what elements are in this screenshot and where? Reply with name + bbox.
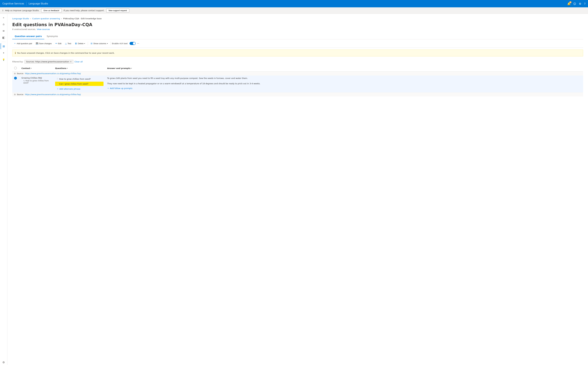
toolbar-divider [88,42,88,45]
sidebar-item-home[interactable]: ⌂ [1,21,7,27]
edit-button[interactable]: ✏ Edit [54,41,63,46]
notification-icon[interactable]: 🔔 6 [567,2,571,5]
source-label: Source: [17,72,24,75]
add-icon: ＋ [14,42,16,45]
sidebar-item-list[interactable]: ≡ [1,28,7,34]
sidebar-item-ai[interactable]: 💡 [1,56,7,63]
view-sources-link[interactable]: View sources [37,28,50,30]
clear-all-link[interactable]: Clear all [75,61,83,63]
answer-paragraph-2: They now need to be kept in a heated pro… [107,82,581,85]
row-checkbox[interactable]: ✓ [14,77,17,79]
new-support-request-button[interactable]: New support request [106,8,129,12]
delete-icon: 🗑 [75,42,77,45]
tabs: Question answer pairs Synonyms [12,34,583,39]
drag-handle-icon-2: ⠿ [57,83,58,85]
breadcrumb-sep-2: › [61,18,62,20]
filter-bar: Filtered by: Sources: https://www.greenh… [12,58,583,65]
info-icon: ℹ [2,9,3,12]
source-row-2: ⊟ Source: https://www.greenhousesensatio… [12,92,583,97]
settings-icon[interactable]: ⚙ [579,2,581,5]
source-cell: ⊟ Source: https://www.greenhousesensatio… [12,71,583,76]
answers-sort[interactable]: Answer and prompts ▾ [107,67,581,70]
question-text-1: How to grow chillies from seed? [59,78,91,80]
breadcrumb: Language Studio › Custom question answer… [12,17,583,20]
help-text: Help us improve Language Studio. [5,9,39,12]
warning-banner: ℹ You have unsaved changes. Click on Sav… [12,49,583,56]
row-answer-cell: To grow chilli plants from seed you need… [105,76,583,92]
rich-text-toggle[interactable] [130,42,136,45]
sidebar-item-document[interactable]: ◧ [1,35,7,41]
source-icon-2: ⊟ [14,93,16,96]
header-checkbox[interactable] [14,67,17,70]
sidebar-item-tools[interactable]: ✦ [1,50,7,56]
filter-label: Filtered by: [12,61,23,63]
toolbar: ＋ Add question pair 💾 Save changes ✏ Edi… [12,39,583,48]
question-item-2-highlighted[interactable]: ⠿ Can I grow chilies from seed? [55,82,103,86]
answer-paragraph-1: To grow chilli plants from seed you need… [107,77,581,80]
breadcrumb-current: PVAinaDay-CQA - Edit knowledge base [63,17,102,20]
test-button[interactable]: △ Test [64,41,73,46]
filter-chip-text: Sources: https://www.greenhousesensation [26,61,69,63]
context-content: Growing Chillies FAQ How to grow chillie… [22,77,51,84]
support-text: If you need help, please contact support… [64,9,104,12]
help-icon[interactable]: ? [584,2,586,5]
sidebar-item-settings[interactable]: ⚙ [1,359,7,365]
source-label-2: Source: [17,93,24,96]
source-cell-2: ⊟ Source: https://www.greenhousesensatio… [12,92,583,97]
row-checkbox-cell: ✓ [12,76,20,92]
delete-chevron-icon: ▾ [84,43,85,44]
feedback-button[interactable]: Give us feedback! [41,8,62,12]
brand-name: Cognitive Services [2,2,24,5]
notification-badge: 6 [569,1,572,3]
topbar-divider [26,2,27,6]
context-sub: How to grow chillies from seed? [22,80,51,84]
show-columns-chevron-icon: ▾ [107,43,108,44]
context-main: Growing Chillies FAQ [22,77,51,79]
toolbar-divider-2 [110,42,111,45]
test-icon: △ [65,42,67,45]
sidebar: » ⌂ ≡ ◧ ⊞ ✦ 💡 ⚙ [0,14,7,365]
filter-chip-close[interactable]: ✕ [70,61,72,63]
add-prompts-icon: ＋ [107,87,109,90]
context-sort-icon: ▾ [31,67,32,69]
subtitle-sources: 0 unstructured sources. [12,28,36,30]
source-row: ⊟ Source: https://www.greenhousesensatio… [12,71,583,76]
tab-question-answer-pairs[interactable]: Question answer pairs [12,34,44,39]
sidebar-item-grid[interactable]: ⊞ [1,43,7,49]
col-header-questions: Questions ▾ [53,65,105,71]
edit-icon: ✏ [55,42,57,45]
main-content: Language Studio › Custom question answer… [7,14,588,365]
breadcrumb-language-studio[interactable]: Language Studio [12,17,29,20]
topbar: Cognitive Services Language Studio 🔔 6 ☺… [0,0,588,7]
question-item-1[interactable]: ⠿ How to grow chillies from seed? [55,77,103,81]
studio-name: Language Studio [29,2,48,5]
tab-synonyms[interactable]: Synonyms [44,34,60,39]
delete-button[interactable]: 🗑 Delete ▾ [73,41,87,46]
topbar-icons: 🔔 6 ☺ ⚙ ? [567,2,586,5]
questions-sort-icon: ▾ [67,67,68,69]
columns-icon: ⊟ [91,42,93,45]
source-url-2[interactable]: https://www.greenhousesensation.co.uk/gr… [25,93,81,96]
table-header-row: Context ▾ Questions ▾ Answer and prompts [12,65,583,71]
sidebar-expand-button[interactable]: » [2,15,6,20]
answers-sort-icon: ▾ [131,67,132,69]
breadcrumb-custom-qa[interactable]: Custom question answering [32,17,60,20]
row-context-cell: Growing Chillies FAQ How to grow chillie… [20,76,53,92]
qa-table: Context ▾ Questions ▾ Answer and prompts [12,65,583,97]
source-icon: ⊟ [14,72,16,75]
app-layout: » ⌂ ≡ ◧ ⊞ ✦ 💡 ⚙ Language Studio › Custom… [0,14,588,365]
add-prompts-label: Add follow up prompts [110,87,132,90]
add-alternate-phrase-button[interactable]: ＋ Add alternate phrase [55,87,103,91]
smiley-icon[interactable]: ☺ [573,2,576,5]
source-url[interactable]: https://www.greenhousesensation.co.uk/gr… [25,72,81,75]
enable-rich-text-label: Enable rich text [112,42,128,45]
add-question-pair-button[interactable]: ＋ Add question pair [12,41,34,46]
questions-sort[interactable]: Questions ▾ [55,67,103,70]
show-columns-button[interactable]: ⊟ Show columns ▾ [89,41,109,46]
add-follow-up-prompts-button[interactable]: ＋ Add follow up prompts [107,87,581,90]
context-sort[interactable]: Context ▾ [22,67,51,70]
more-options-button[interactable]: ··· [136,41,140,46]
warning-text: You have unsaved changes. Click on Save … [17,52,115,54]
col-header-context: Context ▾ [20,65,53,71]
save-changes-button[interactable]: 💾 Save changes [34,42,53,46]
